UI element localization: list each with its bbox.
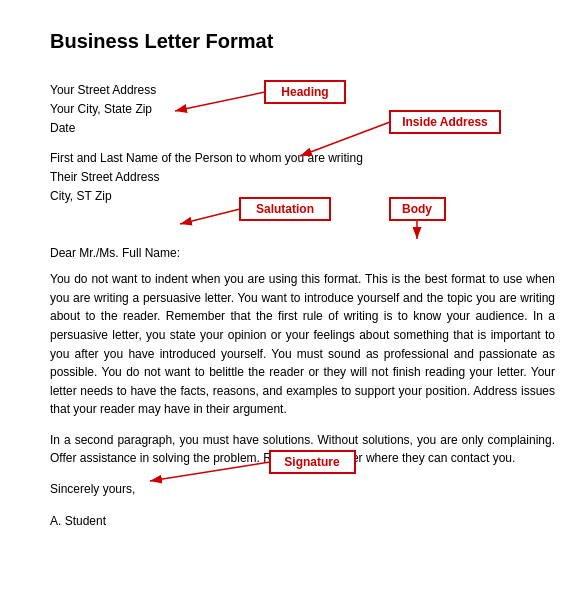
signature-text: A. Student <box>50 514 555 528</box>
address-line2: Your City, State Zip <box>50 100 555 119</box>
recipient-block: First and Last Name of the Person to who… <box>50 149 555 207</box>
salutation-text: Dear Mr./Ms. Full Name: <box>50 246 555 260</box>
recipient-line2: Their Street Address <box>50 168 555 187</box>
page-title: Business Letter Format <box>50 30 555 53</box>
closing-block: Sincerely yours, <box>50 482 555 496</box>
signature-block: A. Student <box>50 514 555 528</box>
body-paragraph-1: You do not want to indent when you are u… <box>50 270 555 419</box>
svg-line-8 <box>180 209 240 224</box>
closing-text: Sincerely yours, <box>50 482 555 496</box>
salutation-block: Dear Mr./Ms. Full Name: <box>50 246 555 260</box>
body-paragraph-2: In a second paragraph, you must have sol… <box>50 431 555 468</box>
address-line3: Date <box>50 119 555 138</box>
recipient-line3: City, ST Zip <box>50 187 555 206</box>
recipient-line1: First and Last Name of the Person to who… <box>50 149 555 168</box>
address-line1: Your Street Address <box>50 81 555 100</box>
address-block: Your Street Address Your City, State Zip… <box>50 81 555 139</box>
